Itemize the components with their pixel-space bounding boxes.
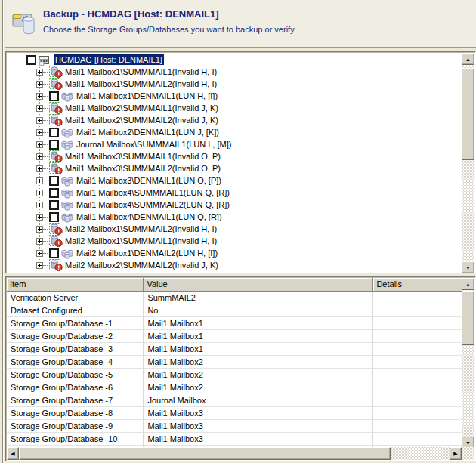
expand-plus-icon[interactable] [36,117,43,124]
scroll-up-icon[interactable]: ▲ [462,278,474,290]
tree-item-label[interactable]: Mail1 Mailbox4\DENMAIL1(LUN Q, [R]) [76,212,222,221]
table-horizontal-scrollbar[interactable]: ◀ ▶ [7,447,462,460]
column-header-details[interactable]: Details [373,278,462,292]
tree-item-label[interactable]: Mail1 Mailbox4\SUMMMAIL2(LUN Q, [R]) [76,200,230,209]
expand-plus-icon[interactable] [36,262,43,269]
expand-plus-icon[interactable] [36,153,43,160]
tree-item[interactable]: Mail1 Mailbox2\SUMMMAIL2(Invalid J, K) [8,114,461,126]
tree-item[interactable]: Journal Mailbox\SUMMMAIL1(LUN L, [M]) [8,138,461,150]
expand-plus-icon[interactable] [36,93,43,100]
checkbox[interactable] [26,55,36,65]
table-cell-details [373,317,462,330]
tree-item-label[interactable]: Mail1 Mailbox1\SUMMMAIL2(Invalid H, I) [65,79,217,88]
tree-item[interactable]: Mail1 Mailbox4\SUMMMAIL2(LUN Q, [R]) [8,199,461,211]
checkbox[interactable] [49,176,59,186]
tree-item-label[interactable]: HCMDAG [Host: DENMAIL1] [54,54,164,65]
table-row[interactable]: Storage Group/Database -5Mail1 Mailbox2 [7,369,462,381]
tree-item-label[interactable]: Mail1 Mailbox2\SUMMMAIL2(Invalid J, K) [65,116,218,125]
scrollbar-thumb[interactable] [19,447,391,460]
tree-item-label[interactable]: Mail2 Mailbox1\SUMMMAIL2(Invalid H, I) [65,224,217,233]
checkbox[interactable] [49,248,59,258]
table-row[interactable]: Storage Group/Database -1Mail1 Mailbox1 [7,317,462,330]
checkbox[interactable] [49,128,59,137]
scrollbar-thumb[interactable] [462,291,474,345]
expand-plus-icon[interactable] [36,129,43,136]
tree-item[interactable]: Mail1 Mailbox1\SUMMMAIL2(Invalid H, I) [8,78,461,90]
tree-item[interactable]: Mail2 Mailbox1\SUMMMAIL2(Invalid H, I) [8,223,461,235]
tree-item[interactable]: Mail1 Mailbox2\DENMAIL1(LUN J, [K]) [8,126,461,138]
column-header-value[interactable]: Value [144,278,373,292]
tree-item[interactable]: Mail2 Mailbox2\SUMMMAIL2(Invalid J, K) [8,259,461,271]
tree-item[interactable]: Mail1 Mailbox3\SUMMMAIL1(Invalid O, P) [8,150,461,162]
checkbox[interactable] [49,91,59,101]
tree-item[interactable]: Mail1 Mailbox3\SUMMMAIL2(Invalid O, P) [8,162,461,174]
column-header-item[interactable]: Item [7,278,144,292]
table-cell-details [373,330,462,343]
table-row[interactable]: Storage Group/Database -7Journal Mailbox [7,394,462,407]
tree-vertical-scrollbar[interactable]: ▲ ▼ [462,53,474,273]
tree-item-label[interactable]: Mail1 Mailbox1\DENMAIL1(LUN H, [I]) [76,91,218,100]
expand-plus-icon[interactable] [36,250,43,257]
page-subtitle: Choose the Storage Groups/Databases you … [43,25,295,34]
tree-item[interactable]: Mail2 Mailbox1\SUMMMAIL1(Invalid H, I) [8,235,461,247]
expand-plus-icon[interactable] [36,214,43,221]
collapse-minus-icon[interactable] [14,57,20,63]
table-row[interactable]: Storage Group/Database -3Mail1 Mailbox1 [7,343,462,356]
tree-item-label[interactable]: Mail1 Mailbox4\SUMMMAIL1(LUN Q, [R]) [76,188,230,197]
expand-plus-icon[interactable] [36,226,43,233]
scroll-up-icon[interactable]: ▲ [462,53,474,65]
tree-item[interactable]: Mail1 Mailbox1\SUMMMAIL1(Invalid H, I) [8,66,461,78]
checkbox[interactable] [49,140,59,150]
database-error-icon [49,78,63,90]
scrollbar-thumb[interactable] [462,68,474,160]
expand-plus-icon[interactable] [36,190,43,196]
expand-plus-icon[interactable] [36,177,43,184]
tree-item-label[interactable]: Mail1 Mailbox1\SUMMMAIL1(Invalid H, I) [65,67,217,76]
tree-item-label[interactable]: Mail2 Mailbox1\DENMAIL2(LUN H, [I]) [76,248,218,258]
table-row[interactable]: Storage Group/Database -6Mail1 Mailbox2 [7,381,462,394]
table-row[interactable]: Storage Group/Database -9Mail1 Mailbox3 [7,420,462,433]
checkbox[interactable] [49,188,59,198]
table-row[interactable]: Storage Group/Database -10Mail1 Mailbox3 [7,433,462,446]
table-row[interactable]: Storage Group/Database -2Mail1 Mailbox1 [7,330,462,343]
tree-item[interactable]: Mail1 Mailbox2\SUMMMAIL1(Invalid J, K) [8,102,461,114]
tree-item[interactable]: Mail2 Mailbox1\DENMAIL2(LUN H, [I]) [8,247,461,259]
tree-item[interactable]: Mail1 Mailbox3\DENMAIL1(LUN O, [P]) [8,174,461,187]
table-row[interactable]: Storage Group/Database -4Mail1 Mailbox2 [7,356,462,369]
banner [5,0,476,47]
checkbox[interactable] [49,200,59,210]
tree-item[interactable]: Mail1 Mailbox1\DENMAIL1(LUN H, [I]) [8,90,461,102]
scroll-right-icon[interactable]: ▶ [450,447,462,460]
expand-plus-icon[interactable] [36,165,43,172]
tree-item-label[interactable]: Journal Mailbox\SUMMMAIL1(LUN L, [M]) [76,140,231,149]
tree-connector-stub [43,205,48,205]
tree-item-root[interactable]: HCMDAG [Host: DENMAIL1] [8,54,461,66]
table-row[interactable]: Dataset ConfiguredNo [7,304,462,317]
storage-group-tree: HCMDAG [Host: DENMAIL1]Mail1 Mailbox1\SU… [5,51,476,273]
tree-item-label[interactable]: Mail1 Mailbox3\SUMMMAIL2(Invalid O, P) [65,164,221,173]
table-cell-item: Storage Group/Database -1 [7,317,144,330]
table-row[interactable]: Storage Group/Database -8Mail1 Mailbox3 [7,407,462,420]
table-vertical-scrollbar[interactable]: ▲ ▼ [462,278,474,449]
tree-item-label[interactable]: Mail1 Mailbox2\SUMMMAIL1(Invalid J, K) [65,103,218,113]
expand-plus-icon[interactable] [36,238,43,245]
tree-item-label[interactable]: Mail1 Mailbox3\SUMMMAIL1(Invalid O, P) [65,152,221,161]
checkbox[interactable] [49,212,59,222]
scroll-left-icon[interactable]: ◀ [7,447,19,460]
tree-item-label[interactable]: Mail1 Mailbox3\DENMAIL1(LUN O, [P]) [76,176,221,185]
tree-connector-stub [43,253,48,254]
expand-plus-icon[interactable] [36,81,43,88]
expand-plus-icon[interactable] [36,202,43,208]
tree-item[interactable]: Mail1 Mailbox4\DENMAIL1(LUN Q, [R]) [8,211,461,223]
table-row[interactable]: Verification ServerSummMAIL2 [7,292,462,304]
expand-plus-icon[interactable] [36,105,43,112]
tree-item-label[interactable]: Mail2 Mailbox2\SUMMMAIL2(Invalid J, K) [65,261,218,270]
scroll-down-icon[interactable]: ▼ [462,261,474,273]
tree-item-label[interactable]: Mail1 Mailbox2\DENMAIL1(LUN J, [K]) [76,128,219,137]
tree-connector-stub [43,241,48,242]
expand-plus-icon[interactable] [36,69,43,76]
tree-item[interactable]: Mail1 Mailbox4\SUMMMAIL1(LUN Q, [R]) [8,187,461,199]
tree-item-label[interactable]: Mail2 Mailbox1\SUMMMAIL1(Invalid H, I) [65,236,217,245]
tree-connector-stub [43,120,48,121]
expand-plus-icon[interactable] [36,141,43,148]
